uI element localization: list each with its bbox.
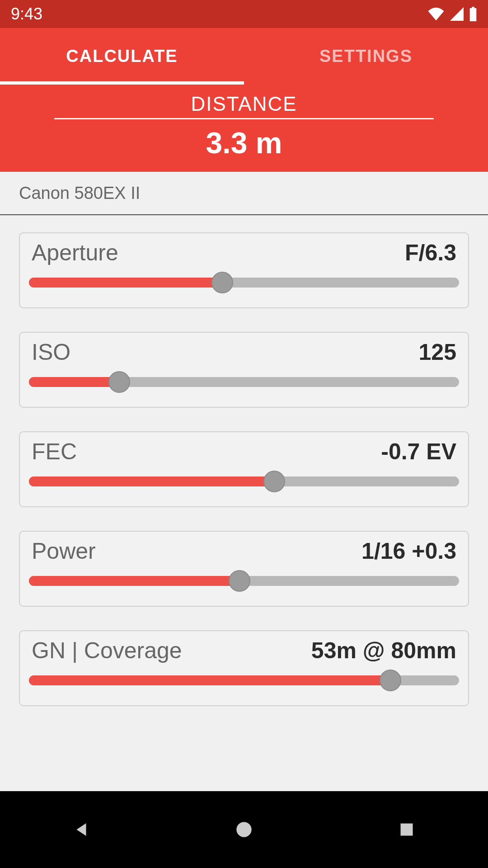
iso-label: ISO — [32, 339, 70, 365]
distance-header[interactable]: DISTANCE 3.3 m — [0, 85, 488, 172]
battery-icon — [469, 7, 477, 21]
gn-value: 53m @ 80mm — [311, 637, 456, 664]
tab-calculate-label: CALCULATE — [66, 47, 178, 66]
tab-settings[interactable]: SETTINGS — [244, 28, 488, 85]
fec-value: -0.7 EV — [381, 439, 456, 465]
distance-underline — [54, 118, 434, 119]
iso-slider[interactable] — [29, 372, 459, 392]
power-slider[interactable] — [29, 571, 459, 591]
main-content: Aperture F/6.3 ISO 125 FEC -0.7 EV — [0, 215, 488, 791]
tab-calculate[interactable]: CALCULATE — [0, 28, 244, 85]
status-time: 9:43 — [11, 5, 42, 24]
system-nav-bar — [0, 791, 488, 868]
aperture-card: Aperture F/6.3 — [19, 232, 469, 308]
status-bar: 9:43 — [0, 0, 488, 28]
power-value: 1/16 +0.3 — [361, 538, 456, 564]
gn-slider[interactable] — [29, 670, 459, 691]
distance-label: DISTANCE — [54, 93, 434, 118]
gn-card: GN | Coverage 53m @ 80mm — [19, 630, 469, 706]
fec-label: FEC — [32, 439, 77, 465]
iso-value: 125 — [419, 339, 456, 365]
signal-icon — [450, 7, 464, 21]
recent-icon — [399, 821, 415, 838]
fec-card: FEC -0.7 EV — [19, 431, 469, 507]
nav-home-button[interactable] — [230, 816, 258, 843]
distance-value: 3.3 m — [54, 126, 434, 160]
wifi-icon — [427, 7, 445, 21]
tab-bar: CALCULATE SETTINGS — [0, 28, 488, 85]
device-name: Canon 580EX II — [19, 184, 140, 203]
home-icon — [235, 821, 253, 839]
back-icon — [72, 820, 91, 839]
fec-slider[interactable] — [29, 471, 459, 492]
svg-point-0 — [236, 822, 251, 837]
status-icons — [427, 7, 477, 21]
power-label: Power — [32, 538, 96, 564]
aperture-slider[interactable] — [29, 272, 459, 293]
nav-back-button[interactable] — [68, 816, 95, 843]
device-selector[interactable]: Canon 580EX II — [0, 172, 488, 215]
iso-card: ISO 125 — [19, 332, 469, 408]
power-card: Power 1/16 +0.3 — [19, 531, 469, 607]
svg-rect-1 — [401, 824, 413, 836]
aperture-label: Aperture — [32, 240, 118, 266]
gn-label: GN | Coverage — [32, 637, 182, 664]
tab-settings-label: SETTINGS — [319, 47, 413, 66]
nav-recent-button[interactable] — [393, 816, 420, 843]
aperture-value: F/6.3 — [405, 240, 456, 266]
